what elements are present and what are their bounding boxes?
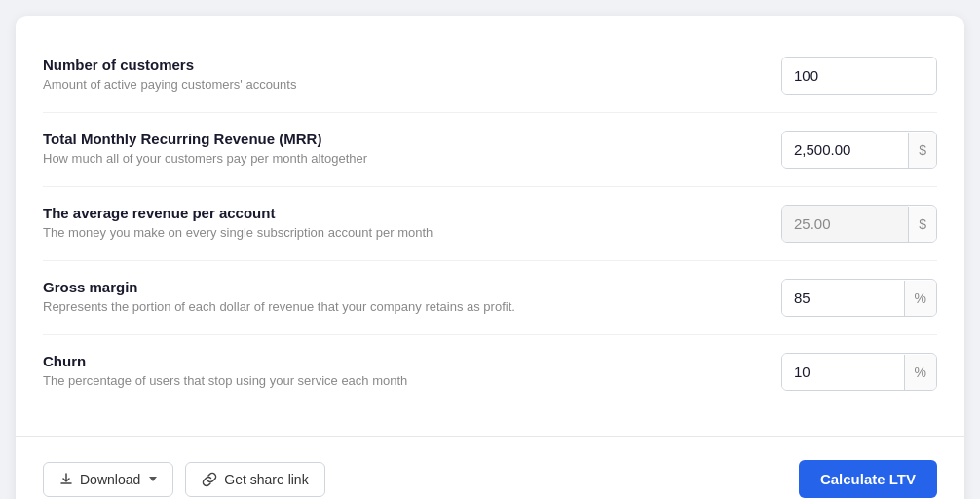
field-desc-avg-revenue: The money you make on every single subsc… (43, 225, 781, 240)
field-title-mrr: Total Monthly Recurring Revenue (MRR) (43, 131, 781, 147)
field-label-group-mrr: Total Monthly Recurring Revenue (MRR)How… (43, 131, 781, 166)
calculate-label: Calculate LTV (820, 471, 916, 487)
calculator-card: Number of customersAmount of active payi… (16, 16, 964, 499)
field-title-gross-margin: Gross margin (43, 279, 781, 295)
share-label: Get share link (224, 472, 308, 487)
field-label-group-avg-revenue: The average revenue per accountThe money… (43, 205, 781, 240)
field-input-group-gross-margin: % (781, 279, 937, 317)
field-desc-mrr: How much all of your customers pay per m… (43, 151, 781, 166)
field-title-avg-revenue: The average revenue per account (43, 205, 781, 221)
field-input-group-churn: % (781, 353, 937, 391)
field-row-churn: ChurnThe percentage of users that stop u… (43, 335, 937, 408)
download-button[interactable]: Download (43, 462, 173, 497)
link-icon (202, 472, 217, 487)
field-row-avg-revenue: The average revenue per accountThe money… (43, 187, 937, 261)
action-bar: Download Get share link Calculate LTV (16, 441, 964, 499)
field-input-avg-revenue (782, 206, 908, 242)
field-desc-num-customers: Amount of active paying customers' accou… (43, 77, 781, 92)
field-title-churn: Churn (43, 353, 781, 369)
calculate-button[interactable]: Calculate LTV (799, 460, 937, 498)
field-row-mrr: Total Monthly Recurring Revenue (MRR)How… (43, 113, 937, 187)
field-input-num-customers[interactable] (782, 58, 936, 94)
field-unit-avg-revenue: $ (908, 207, 936, 242)
field-row-num-customers: Number of customersAmount of active payi… (43, 39, 937, 113)
form-section: Number of customersAmount of active payi… (16, 16, 964, 432)
share-link-button[interactable]: Get share link (185, 462, 324, 497)
field-input-gross-margin[interactable] (782, 280, 904, 316)
field-input-group-avg-revenue: $ (781, 205, 937, 243)
chevron-down-icon (149, 477, 157, 481)
field-input-churn[interactable] (782, 354, 904, 390)
field-desc-churn: The percentage of users that stop using … (43, 373, 781, 388)
field-label-group-num-customers: Number of customersAmount of active payi… (43, 57, 781, 92)
field-unit-churn: % (904, 355, 936, 390)
field-desc-gross-margin: Represents the portion of each dollar of… (43, 299, 781, 314)
field-label-group-churn: ChurnThe percentage of users that stop u… (43, 353, 781, 388)
field-title-num-customers: Number of customers (43, 57, 781, 73)
field-input-group-num-customers (781, 57, 937, 95)
field-unit-gross-margin: % (904, 281, 936, 316)
download-icon (59, 473, 73, 486)
field-input-mrr[interactable] (782, 132, 908, 168)
action-bar-left: Download Get share link (43, 462, 325, 497)
field-input-group-mrr: $ (781, 131, 937, 169)
download-label: Download (80, 472, 140, 487)
divider (16, 436, 964, 437)
field-unit-mrr: $ (908, 133, 936, 168)
field-label-group-gross-margin: Gross marginRepresents the portion of ea… (43, 279, 781, 314)
field-row-gross-margin: Gross marginRepresents the portion of ea… (43, 261, 937, 335)
